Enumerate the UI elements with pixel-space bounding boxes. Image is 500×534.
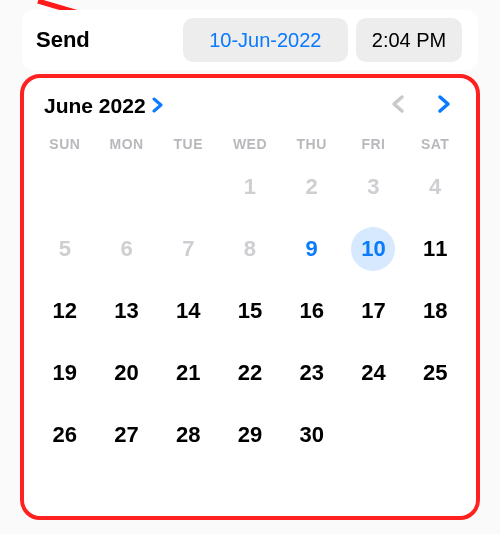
- day-number: 11: [423, 236, 447, 262]
- weekday-label: THU: [281, 136, 343, 152]
- day-number: 26: [53, 422, 77, 448]
- weekday-row: SUN MON TUE WED THU FRI SAT: [34, 126, 466, 156]
- day-cell[interactable]: 10: [343, 218, 405, 280]
- day-number: 16: [299, 298, 323, 324]
- month-expand-button[interactable]: [152, 95, 164, 118]
- weekday-label: MON: [96, 136, 158, 152]
- calendar-grid: 1234567891011121314151617181920212223242…: [34, 156, 466, 466]
- day-cell[interactable]: 27: [96, 404, 158, 466]
- calendar-month-label: June 2022: [44, 94, 146, 118]
- day-cell[interactable]: 26: [34, 404, 96, 466]
- day-cell[interactable]: 7: [157, 218, 219, 280]
- day-number: 9: [306, 236, 318, 262]
- day-cell[interactable]: 25: [404, 342, 466, 404]
- day-cell[interactable]: 6: [96, 218, 158, 280]
- day-cell[interactable]: 28: [157, 404, 219, 466]
- weekday-label: TUE: [157, 136, 219, 152]
- day-cell[interactable]: 30: [281, 404, 343, 466]
- day-cell[interactable]: 3: [343, 156, 405, 218]
- day-number: 10: [361, 236, 385, 262]
- weekday-label: FRI: [343, 136, 405, 152]
- day-number: 20: [114, 360, 138, 386]
- calendar-panel: June 2022 SUN MON TUE WED THU FRI SA: [20, 74, 480, 520]
- date-value: 10-Jun-2022: [209, 29, 321, 52]
- day-number: 15: [238, 298, 262, 324]
- next-month-button[interactable]: [436, 92, 452, 120]
- day-number: 24: [361, 360, 385, 386]
- day-number: 2: [306, 174, 318, 200]
- day-number: 27: [114, 422, 138, 448]
- day-number: 3: [367, 174, 379, 200]
- day-number: 1: [244, 174, 256, 200]
- day-cell-empty: [343, 404, 405, 466]
- date-pill[interactable]: 10-Jun-2022: [183, 18, 348, 62]
- day-cell[interactable]: 15: [219, 280, 281, 342]
- day-cell[interactable]: 9: [281, 218, 343, 280]
- day-number: 28: [176, 422, 200, 448]
- weekday-label: SUN: [34, 136, 96, 152]
- day-number: 21: [176, 360, 200, 386]
- day-cell[interactable]: 1: [219, 156, 281, 218]
- day-number: 30: [299, 422, 323, 448]
- day-number: 19: [53, 360, 77, 386]
- day-number: 7: [182, 236, 194, 262]
- day-number: 23: [299, 360, 323, 386]
- weekday-label: WED: [219, 136, 281, 152]
- day-cell[interactable]: 5: [34, 218, 96, 280]
- calendar-nav: [390, 92, 456, 120]
- day-cell[interactable]: 16: [281, 280, 343, 342]
- send-label: Send: [32, 27, 100, 53]
- day-cell[interactable]: 24: [343, 342, 405, 404]
- day-number: 22: [238, 360, 262, 386]
- day-cell-empty: [157, 156, 219, 218]
- day-cell[interactable]: 20: [96, 342, 158, 404]
- day-number: 17: [361, 298, 385, 324]
- chevron-left-icon: [390, 94, 406, 114]
- day-cell[interactable]: 23: [281, 342, 343, 404]
- prev-month-button[interactable]: [390, 92, 406, 120]
- day-cell[interactable]: 13: [96, 280, 158, 342]
- day-cell[interactable]: 12: [34, 280, 96, 342]
- day-cell[interactable]: 11: [404, 218, 466, 280]
- weekday-label: SAT: [404, 136, 466, 152]
- day-number: 25: [423, 360, 447, 386]
- day-cell[interactable]: 17: [343, 280, 405, 342]
- day-cell[interactable]: 2: [281, 156, 343, 218]
- day-number: 12: [53, 298, 77, 324]
- day-number: 5: [59, 236, 71, 262]
- day-number: 8: [244, 236, 256, 262]
- time-value: 2:04 PM: [372, 29, 446, 52]
- day-number: 4: [429, 174, 441, 200]
- day-number: 6: [120, 236, 132, 262]
- day-cell-empty: [34, 156, 96, 218]
- day-number: 29: [238, 422, 262, 448]
- day-cell[interactable]: 19: [34, 342, 96, 404]
- day-number: 13: [114, 298, 138, 324]
- send-toolbar: Send 10-Jun-2022 2:04 PM: [22, 10, 478, 70]
- day-cell[interactable]: 8: [219, 218, 281, 280]
- time-pill[interactable]: 2:04 PM: [356, 18, 462, 62]
- day-number: 18: [423, 298, 447, 324]
- day-number: 14: [176, 298, 200, 324]
- day-cell[interactable]: 18: [404, 280, 466, 342]
- day-cell[interactable]: 29: [219, 404, 281, 466]
- day-cell[interactable]: 4: [404, 156, 466, 218]
- chevron-right-icon: [436, 94, 452, 114]
- day-cell-empty: [404, 404, 466, 466]
- calendar-header: June 2022: [34, 92, 466, 126]
- day-cell-empty: [96, 156, 158, 218]
- day-cell[interactable]: 22: [219, 342, 281, 404]
- day-cell[interactable]: 21: [157, 342, 219, 404]
- chevron-right-icon: [152, 97, 164, 113]
- day-cell[interactable]: 14: [157, 280, 219, 342]
